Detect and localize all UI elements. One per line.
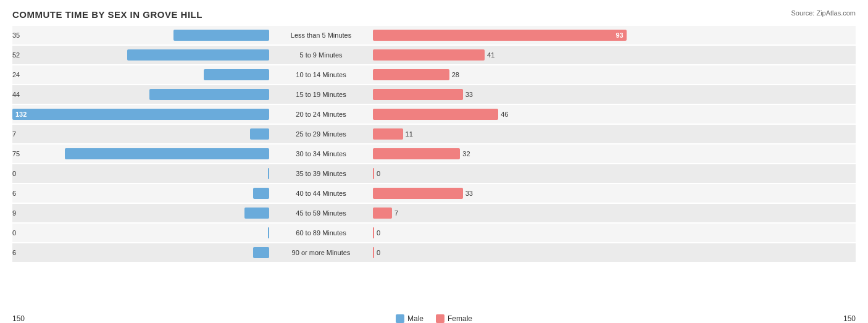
left-section: 52 bbox=[12, 49, 272, 61]
right-section: 41 bbox=[370, 49, 630, 61]
bar-female: 93 bbox=[373, 30, 627, 41]
axis-labels: 150 Male Female 150 bbox=[12, 314, 856, 323]
bar-female bbox=[373, 168, 374, 179]
row-label: 15 to 19 Minutes bbox=[272, 91, 370, 98]
bar-male: 132 bbox=[12, 109, 269, 120]
left-section: 0 bbox=[12, 168, 272, 179]
bar-male bbox=[127, 49, 269, 61]
chart-container: COMMUTE TIME BY SEX IN GROVE HILL Source… bbox=[0, 0, 868, 323]
male-value: 75 bbox=[12, 150, 20, 157]
row-label: 30 to 34 Minutes bbox=[272, 150, 370, 157]
table-row: 525 to 9 Minutes41 bbox=[12, 46, 856, 64]
row-label: 45 to 59 Minutes bbox=[272, 209, 370, 217]
table-row: 690 or more Minutes0 bbox=[12, 243, 856, 262]
female-value: 46 bbox=[501, 111, 508, 118]
axis-right-label: 150 bbox=[843, 314, 856, 323]
right-section: 33 bbox=[370, 188, 630, 199]
male-value: 7 bbox=[12, 130, 16, 138]
bar-female bbox=[373, 188, 463, 199]
male-value: 52 bbox=[12, 51, 20, 59]
female-value: 33 bbox=[465, 190, 473, 197]
female-value: 7 bbox=[394, 209, 398, 217]
bar-female bbox=[373, 49, 485, 61]
bar-male bbox=[268, 168, 269, 179]
right-section: 0 bbox=[370, 168, 630, 179]
bar-male bbox=[268, 227, 269, 238]
table-row: 4415 to 19 Minutes33 bbox=[12, 85, 856, 104]
left-section: 24 bbox=[12, 69, 272, 80]
table-row: 945 to 59 Minutes7 bbox=[12, 204, 856, 222]
female-value: 33 bbox=[465, 91, 473, 98]
male-value: 24 bbox=[12, 71, 20, 78]
bar-female bbox=[373, 148, 460, 159]
source-label: Source: ZipAtlas.com bbox=[791, 9, 856, 17]
left-section: 132 bbox=[12, 109, 272, 120]
bar-female bbox=[373, 69, 449, 80]
bar-female bbox=[373, 128, 403, 140]
female-value-inside: 93 bbox=[613, 31, 627, 39]
female-value: 0 bbox=[377, 249, 380, 256]
right-section: 28 bbox=[370, 69, 630, 80]
female-legend-box bbox=[436, 314, 444, 323]
bar-male bbox=[204, 69, 269, 80]
left-section: 44 bbox=[12, 89, 272, 100]
table-row: 7530 to 34 Minutes32 bbox=[12, 145, 856, 163]
bar-female bbox=[373, 109, 498, 120]
male-value: 0 bbox=[12, 229, 16, 237]
male-value: 0 bbox=[12, 170, 16, 177]
legend-female: Female bbox=[436, 314, 472, 323]
female-value: 0 bbox=[377, 229, 380, 237]
bar-female bbox=[373, 89, 463, 100]
chart-area: 35Less than 5 Minutes93525 to 9 Minutes4… bbox=[12, 26, 856, 278]
left-section: 0 bbox=[12, 227, 272, 238]
male-legend-label: Male bbox=[407, 314, 424, 323]
male-value: 6 bbox=[12, 190, 16, 197]
table-row: 725 to 29 Minutes11 bbox=[12, 125, 856, 143]
left-section: 9 bbox=[12, 208, 272, 219]
chart-title: COMMUTE TIME BY SEX IN GROVE HILL bbox=[12, 9, 856, 20]
bar-female bbox=[373, 247, 374, 258]
row-label: 5 to 9 Minutes bbox=[272, 51, 370, 59]
right-section: 0 bbox=[370, 247, 630, 258]
row-label: 60 to 89 Minutes bbox=[272, 229, 370, 237]
male-value: 6 bbox=[12, 249, 16, 256]
row-label: 10 to 14 Minutes bbox=[272, 71, 370, 78]
bar-male bbox=[253, 247, 270, 258]
right-section: 0 bbox=[370, 227, 630, 238]
row-label: Less than 5 Minutes bbox=[272, 31, 370, 39]
male-legend-box bbox=[396, 314, 404, 323]
right-section: 32 bbox=[370, 148, 630, 159]
table-row: 035 to 39 Minutes0 bbox=[12, 164, 856, 183]
table-row: 2410 to 14 Minutes28 bbox=[12, 65, 856, 84]
table-row: 640 to 44 Minutes33 bbox=[12, 184, 856, 203]
female-value: 32 bbox=[462, 150, 470, 157]
female-legend-label: Female bbox=[448, 314, 472, 323]
bar-male bbox=[250, 128, 269, 140]
right-section: 46 bbox=[370, 109, 630, 120]
male-value: 35 bbox=[12, 31, 20, 39]
female-value: 11 bbox=[406, 130, 413, 138]
axis-left-label: 150 bbox=[12, 314, 25, 323]
bar-male bbox=[253, 188, 270, 199]
right-section: 93 bbox=[370, 30, 630, 41]
left-section: 7 bbox=[12, 128, 272, 140]
left-section: 75 bbox=[12, 148, 272, 159]
bar-male bbox=[65, 148, 269, 159]
right-section: 33 bbox=[370, 89, 630, 100]
female-value: 0 bbox=[377, 170, 380, 177]
male-value: 44 bbox=[12, 91, 20, 98]
right-section: 7 bbox=[370, 208, 630, 219]
row-label: 40 to 44 Minutes bbox=[272, 190, 370, 197]
male-value: 9 bbox=[12, 209, 16, 217]
bar-male bbox=[173, 30, 269, 41]
male-value-inside: 132 bbox=[12, 111, 30, 118]
row-label: 20 to 24 Minutes bbox=[272, 111, 370, 118]
table-row: 13220 to 24 Minutes46 bbox=[12, 105, 856, 124]
left-section: 35 bbox=[12, 30, 272, 41]
right-section: 11 bbox=[370, 128, 630, 140]
row-label: 35 to 39 Minutes bbox=[272, 170, 370, 177]
table-row: 35Less than 5 Minutes93 bbox=[12, 26, 856, 44]
bar-male bbox=[244, 208, 269, 219]
left-section: 6 bbox=[12, 247, 272, 258]
legend-container: Male Female bbox=[396, 314, 472, 323]
